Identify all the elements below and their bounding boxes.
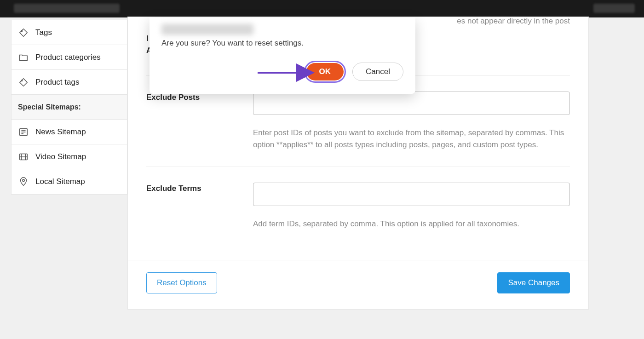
exclude-terms-desc: Add term IDs, separated by comma. This o… [253, 218, 570, 230]
dialog-message: Are you sure? You want to reset settings… [161, 39, 403, 48]
row-exclude-terms: Exclude Terms Add term IDs, separated by… [146, 167, 570, 246]
settings-sidebar: Tags Product categories Product tags Spe… [11, 20, 127, 195]
exclude-terms-label: Exclude Terms [146, 183, 253, 230]
sidebar-item-label: Video Sitemap [35, 152, 86, 161]
sidebar-section-label: Special Sitemaps: [18, 103, 81, 111]
sidebar-item-label: Product categories [35, 53, 101, 62]
topbar-left-blur [14, 4, 120, 13]
sidebar-item-tags[interactable]: Tags [12, 20, 127, 45]
sidebar-item-video-sitemap[interactable]: Video Sitemap [12, 144, 127, 169]
pin-icon [18, 176, 29, 187]
sidebar-item-product-categories[interactable]: Product categories [12, 45, 127, 70]
sidebar-item-label: Tags [35, 28, 52, 37]
sidebar-item-label: News Sitemap [35, 127, 86, 137]
sidebar-item-label: Product tags [35, 78, 79, 87]
folder-icon [18, 52, 29, 63]
dialog-actions: OK Cancel [161, 61, 403, 83]
ok-button[interactable]: OK [306, 63, 344, 80]
sidebar-section-special: Special Sitemaps: [12, 95, 127, 120]
sidebar-item-product-tags[interactable]: Product tags [12, 70, 127, 95]
exclude-posts-label: Exclude Posts [146, 92, 253, 151]
news-icon [18, 126, 29, 138]
save-changes-button[interactable]: Save Changes [497, 272, 570, 293]
cancel-button[interactable]: Cancel [352, 63, 403, 81]
confirm-reset-dialog: Are you sure? You want to reset settings… [150, 17, 415, 94]
reset-options-button[interactable]: Reset Options [146, 272, 217, 293]
exclude-posts-input[interactable] [253, 92, 570, 115]
video-icon [18, 151, 29, 162]
tag-icon [18, 27, 29, 38]
ok-button-highlight: OK [304, 61, 346, 83]
svg-point-10 [23, 179, 25, 182]
exclude-terms-input[interactable] [253, 183, 570, 206]
sidebar-item-news-sitemap[interactable]: News Sitemap [12, 120, 127, 144]
exclude-posts-desc: Enter post IDs of posts you want to excl… [253, 127, 570, 151]
sidebar-item-label: Local Sitemap [35, 177, 85, 186]
topbar-right-blur [593, 4, 635, 13]
dialog-title-blur [161, 24, 253, 35]
tag-icon [18, 77, 29, 88]
sidebar-item-local-sitemap[interactable]: Local Sitemap [12, 169, 127, 194]
panel-footer: Reset Options Save Changes [128, 260, 588, 309]
